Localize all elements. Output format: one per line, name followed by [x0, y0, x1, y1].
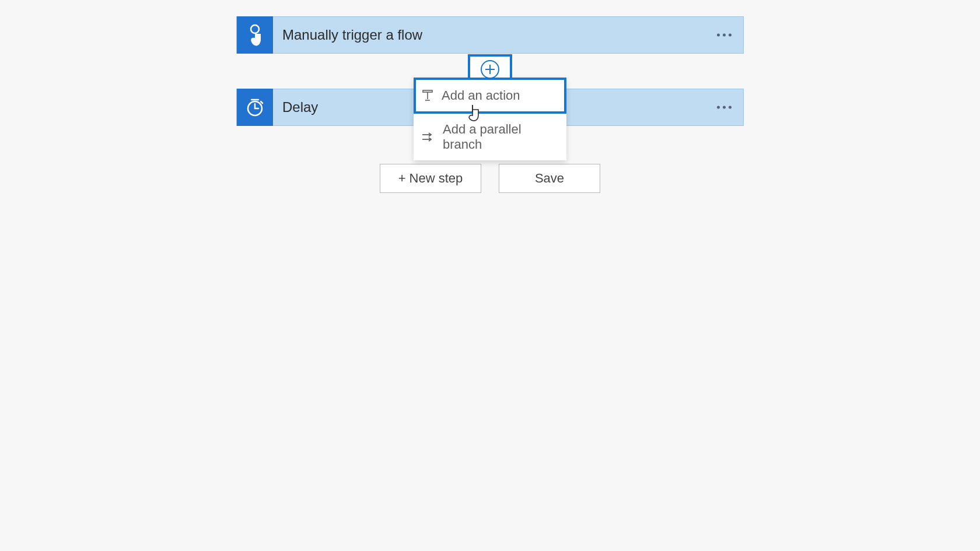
insert-step-highlight: [468, 54, 512, 80]
new-step-button[interactable]: + New step: [380, 164, 481, 193]
trigger-more-button[interactable]: [717, 34, 732, 37]
flow-canvas: Manually trigger a flow Add an action: [0, 0, 980, 193]
plus-icon: [485, 64, 495, 75]
dot-icon: [717, 106, 720, 109]
action-icon-box: [237, 89, 273, 126]
trigger-title: Manually trigger a flow: [273, 27, 422, 43]
add-action-icon: [422, 90, 433, 101]
touch-icon: [245, 23, 265, 47]
menu-item-label: Add a parallel branch: [443, 122, 558, 152]
trigger-icon-box: [237, 16, 273, 54]
save-label: Save: [535, 171, 564, 186]
footer-buttons: + New step Save: [0, 164, 980, 193]
parallel-branch-icon: [422, 132, 435, 142]
dot-icon: [723, 106, 726, 109]
insert-step-menu: Add an action Add a parallel branch: [414, 78, 566, 160]
menu-item-add-parallel-branch[interactable]: Add a parallel branch: [414, 114, 566, 160]
menu-item-label: Add an action: [442, 88, 520, 103]
svg-line-12: [261, 101, 262, 103]
dot-icon: [723, 34, 726, 37]
action-more-button[interactable]: [717, 106, 732, 109]
action-title: Delay: [273, 99, 318, 115]
save-button[interactable]: Save: [499, 164, 600, 193]
trigger-card[interactable]: Manually trigger a flow: [236, 16, 744, 54]
dot-icon: [729, 34, 732, 37]
svg-rect-3: [423, 90, 432, 92]
dot-icon: [729, 106, 732, 109]
menu-item-add-action[interactable]: Add an action: [414, 78, 566, 114]
new-step-label: + New step: [398, 171, 463, 186]
dot-icon: [717, 34, 720, 37]
clock-icon: [244, 97, 265, 118]
insert-step-button[interactable]: [481, 60, 499, 79]
